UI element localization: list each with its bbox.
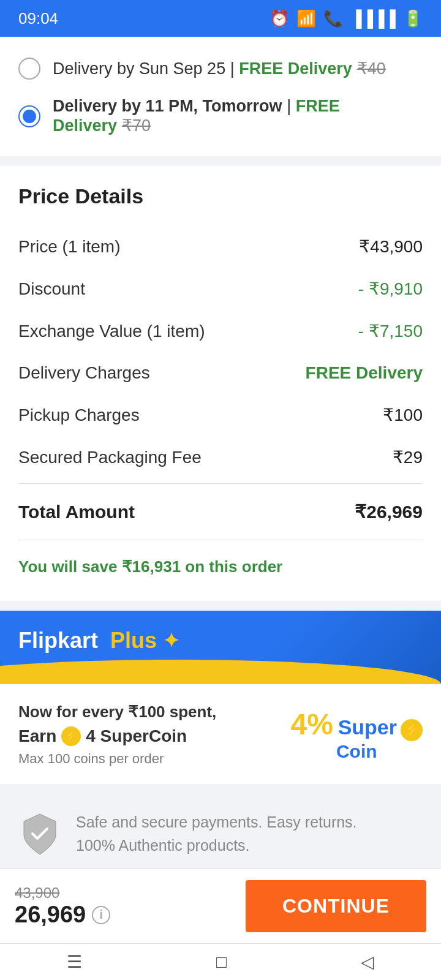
shield-icon	[18, 813, 61, 856]
price-row-item: Price (1 item) ₹43,900	[18, 225, 423, 268]
supercoin-pct: 4%	[290, 708, 333, 741]
price-summary: 43,900 26,969 i	[15, 884, 246, 928]
price-row-pickup: Pickup Charges ₹100	[18, 394, 423, 436]
menu-icon[interactable]: ☰	[67, 952, 82, 972]
status-bar: 09:04 ⏰ 📶 📞 ▐▐▐▐ 🔋	[0, 0, 441, 37]
back-icon[interactable]: ◁	[361, 952, 374, 972]
price-label-delivery: Delivery Charges	[18, 363, 150, 383]
alarm-icon: ⏰	[270, 9, 289, 28]
plus-text: Plus	[110, 628, 157, 654]
price-label-exchange: Exchange Value (1 item)	[18, 322, 205, 341]
price-row-discount: Discount - ₹9,910	[18, 268, 423, 310]
savings-divider	[18, 540, 423, 540]
price-value-packaging: ₹29	[393, 447, 423, 467]
signal-icon: ▐▐▐▐	[350, 9, 396, 28]
coin-count: 4 SuperCoin	[86, 726, 187, 746]
price-value-discount: - ₹9,910	[358, 279, 423, 299]
delivery-option-2-text: Delivery by 11 PM, Tomorrow | FREE Deliv…	[53, 97, 423, 135]
flipkart-text: Flipkart	[18, 628, 104, 654]
supercoin-sub: Coin	[290, 741, 423, 762]
call-icon: 📞	[323, 9, 343, 28]
delivery-option-1[interactable]: Delivery by Sun Sep 25 | FREE Delivery₹4…	[18, 49, 423, 88]
price-details-section: Price Details Price (1 item) ₹43,900 Dis…	[0, 166, 441, 601]
original-price-2: ₹70	[122, 116, 151, 135]
total-row: Total Amount ₹26,969	[18, 489, 423, 535]
status-icons: ⏰ 📶 📞 ▐▐▐▐ 🔋	[270, 9, 423, 28]
price-label-pickup: Pickup Charges	[18, 405, 140, 425]
time: 09:04	[18, 9, 58, 28]
original-price-1: ₹40	[357, 59, 386, 78]
max-coins: Max 100 coins per order	[18, 751, 216, 767]
price-divider	[18, 483, 423, 484]
delivery-option-1-text: Delivery by Sun Sep 25 | FREE Delivery₹4…	[53, 59, 386, 78]
flipkart-plus-title: Flipkart Plus ✦	[18, 628, 423, 654]
continue-button[interactable]: CONTINUE	[246, 880, 426, 932]
coin-icon: ⚡	[61, 726, 81, 746]
home-icon[interactable]: □	[216, 952, 227, 972]
lightning-icon: ⚡	[401, 719, 423, 741]
battery-icon: 🔋	[403, 9, 423, 28]
radio-selected-indicator	[23, 110, 36, 123]
delivery-options-section: Delivery by Sun Sep 25 | FREE Delivery₹4…	[0, 37, 441, 156]
info-icon[interactable]: i	[92, 906, 110, 924]
price-value-exchange: - ₹7,150	[358, 321, 423, 341]
savings-text: You will save ₹16,931 on this order	[18, 545, 423, 582]
safe-payments-section: Safe and secure payments. Easy returns.1…	[0, 794, 441, 874]
free-delivery-1: FREE Delivery	[239, 59, 352, 78]
price-label-discount: Discount	[18, 279, 85, 299]
delivery-option-2[interactable]: Delivery by 11 PM, Tomorrow | FREE Deliv…	[18, 88, 423, 144]
nav-bar: ☰ □ ◁	[0, 943, 441, 980]
banner-top: Flipkart Plus ✦	[0, 611, 441, 684]
earn-text: Now for every ₹100 spent, Earn ⚡ 4 Super…	[18, 703, 216, 767]
radio-option-1[interactable]	[18, 58, 40, 80]
new-price: 26,969	[15, 902, 86, 928]
earn-description: Now for every ₹100 spent,	[18, 703, 216, 722]
price-label-packaging: Secured Packaging Fee	[18, 448, 202, 467]
plus-crown-icon: ✦	[163, 629, 179, 652]
radio-option-2[interactable]	[18, 105, 40, 127]
old-price: 43,900	[15, 884, 236, 902]
total-label: Total Amount	[18, 502, 135, 522]
banner-wave	[0, 660, 441, 684]
price-details-title: Price Details	[18, 184, 423, 208]
price-value-item: ₹43,900	[359, 236, 423, 257]
coin-row: Earn ⚡ 4 SuperCoin	[18, 726, 216, 746]
price-row-delivery: Delivery Charges FREE Delivery	[18, 352, 423, 394]
supercoin-label: Super⚡	[338, 715, 423, 739]
supercoin-badge: 4% Super⚡ Coin	[290, 707, 423, 762]
total-value: ₹26,969	[355, 501, 423, 522]
safe-text: Safe and secure payments. Easy returns.1…	[76, 811, 357, 857]
price-value-delivery: FREE Delivery	[306, 363, 423, 383]
new-price-row: 26,969 i	[15, 902, 236, 928]
price-row-exchange: Exchange Value (1 item) - ₹7,150	[18, 310, 423, 352]
price-label-item: Price (1 item)	[18, 237, 120, 257]
price-row-packaging: Secured Packaging Fee ₹29	[18, 436, 423, 478]
wifi-icon: 📶	[296, 9, 316, 28]
price-value-pickup: ₹100	[383, 405, 423, 425]
bottom-bar: 43,900 26,969 i CONTINUE	[0, 869, 441, 943]
banner-content: Now for every ₹100 spent, Earn ⚡ 4 Super…	[0, 684, 441, 784]
flipkart-plus-banner: Flipkart Plus ✦ Now for every ₹100 spent…	[0, 611, 441, 784]
earn-label: Earn	[18, 726, 56, 746]
